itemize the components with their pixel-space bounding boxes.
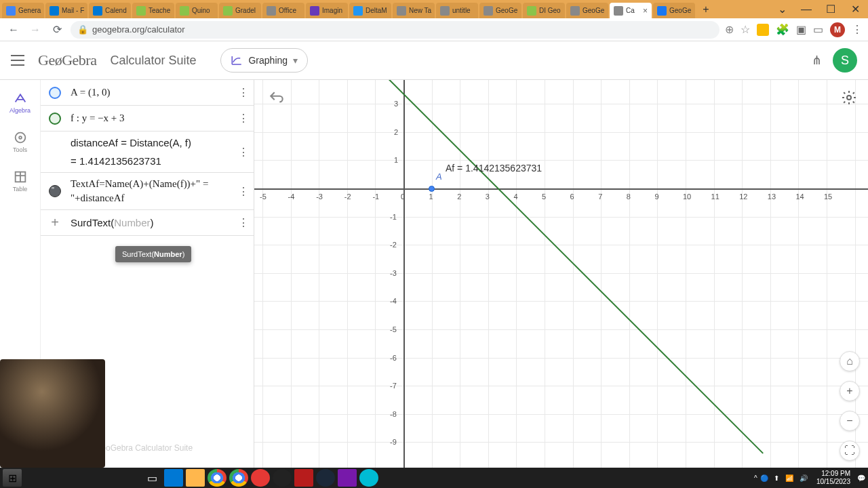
onenote-icon[interactable] [338, 469, 357, 487]
tray-icons[interactable]: 🔵 ⬆ 📶 🔊 [760, 474, 810, 482]
reading-list-icon[interactable]: ▭ [813, 23, 823, 36]
minimize-button[interactable]: — [795, 1, 818, 17]
side-panel-icon[interactable]: ▣ [796, 23, 806, 36]
extension-icon-1[interactable] [757, 24, 769, 36]
mode-selector[interactable]: Graphing ▾ [220, 48, 308, 73]
expr-f[interactable]: f : y = −x + 3 [71, 111, 236, 125]
expr-text[interactable]: TextAf=Name(A)+(Name(f))+" = "+distanceA… [71, 177, 236, 205]
x-tick-label: -2 [344, 192, 351, 201]
expr-a[interactable]: A = (1, 0) [71, 85, 236, 100]
mail-app-icon[interactable] [164, 469, 183, 487]
x-tick-label: 1 [429, 192, 433, 201]
svg-point-5 [847, 96, 851, 100]
start-button[interactable]: ⊞ [3, 469, 22, 487]
autocomplete-suggestion[interactable]: SurdText(Number) [115, 246, 191, 262]
browser-tab[interactable]: Gradel [219, 3, 261, 18]
notifications-icon[interactable]: 💬 [857, 474, 865, 482]
browser-tab[interactable]: DeltaM [349, 3, 391, 18]
y-tick-label: -6 [390, 354, 397, 362]
zoom-in-button[interactable]: + [840, 381, 860, 401]
chrome-icon[interactable] [208, 469, 226, 487]
browser-tab[interactable]: Teache [132, 3, 174, 18]
obs-icon[interactable] [273, 469, 292, 487]
algebra-row-distance[interactable]: distanceAf = Distance(A, f) = 1.41421356… [41, 131, 254, 173]
bookmark-icon[interactable]: ☆ [741, 23, 750, 36]
browser-tab[interactable]: GeoGe [653, 3, 695, 18]
url-text: geogebra.org/calculator [92, 24, 185, 35]
algebra-row-point[interactable]: A = (1, 0) ⋮ [41, 80, 254, 106]
share-icon[interactable]: ⋔ [812, 53, 822, 68]
visibility-toggle-text[interactable] [49, 185, 61, 197]
distance-text-label[interactable]: Af = 1.4142135623731 [446, 163, 542, 174]
algebra-row-text[interactable]: TextAf=Name(A)+(Name(f))+" = "+distanceA… [41, 173, 254, 210]
extensions-icon[interactable]: 🧩 [776, 23, 789, 36]
rail-tools[interactable]: Tools [13, 130, 28, 153]
browser-tab[interactable]: New Ta [393, 3, 435, 18]
point-a[interactable] [429, 186, 435, 192]
row-menu-icon[interactable]: ⋮ [236, 146, 251, 159]
browser-tab[interactable]: Mail - F [45, 3, 87, 18]
y-tick-label: -8 [390, 410, 397, 418]
x-tick-label: -5 [260, 192, 267, 201]
profile-avatar[interactable]: M [830, 22, 845, 37]
row-menu-icon[interactable]: ⋮ [236, 216, 251, 229]
url-input[interactable]: 🔒 geogebra.org/calculator [71, 21, 719, 39]
browser-tab[interactable]: Calend [89, 3, 131, 18]
browser-tab[interactable]: Imagin [306, 3, 348, 18]
user-avatar[interactable]: S [833, 48, 857, 73]
y-tick-label: -3 [390, 269, 397, 277]
steam-icon[interactable] [316, 469, 335, 487]
chrome-dropdown[interactable]: ⌄ [770, 1, 793, 17]
row-menu-icon[interactable]: ⋮ [236, 86, 251, 99]
explorer-icon[interactable] [186, 469, 205, 487]
rail-table[interactable]: Table [13, 169, 28, 192]
browser-tab[interactable]: GeoGe [566, 3, 608, 18]
chrome-icon-2[interactable] [229, 469, 248, 487]
install-icon[interactable]: ⊕ [725, 23, 734, 36]
maximize-button[interactable]: ☐ [819, 1, 842, 17]
browser-tab[interactable]: Office [262, 3, 304, 18]
x-tick-label: 3 [486, 192, 490, 201]
browser-tab[interactable]: DI Geo [523, 3, 565, 18]
address-bar: ← → ⟳ 🔒 geogebra.org/calculator ⊕ ☆ 🧩 ▣ … [0, 18, 868, 41]
row-menu-icon[interactable]: ⋮ [236, 185, 251, 198]
acrobat-icon[interactable] [294, 469, 313, 487]
chrome-menu-icon[interactable]: ⋮ [852, 23, 863, 36]
reload-button[interactable]: ⟳ [49, 22, 65, 38]
rail-algebra[interactable]: Algebra [9, 91, 31, 114]
app-header: GeøGebra Calculator Suite Graphing ▾ ⋔ S [0, 41, 868, 80]
close-window-button[interactable]: ✕ [844, 1, 867, 17]
browser-tab[interactable]: Genera [2, 3, 44, 18]
input-surdtext[interactable]: SurdText(Number) [71, 216, 236, 230]
browser-tab[interactable]: Quino [176, 3, 218, 18]
app-icon[interactable] [359, 469, 378, 487]
expr-distance[interactable]: distanceAf = Distance(A, f) [71, 136, 236, 150]
row-menu-icon[interactable]: ⋮ [236, 112, 251, 125]
algebra-row-input[interactable]: + SurdText(Number) ⋮ [41, 210, 254, 236]
browser-tab[interactable]: Ca× [610, 3, 652, 18]
zoom-out-button[interactable]: − [840, 411, 860, 431]
mode-label: Graphing [248, 55, 288, 66]
browser-tab[interactable]: untitle [436, 3, 478, 18]
forward-button[interactable]: → [27, 22, 43, 38]
tray-chevron-icon[interactable]: ^ [754, 474, 757, 482]
x-tick-label: 13 [768, 192, 776, 201]
system-clock[interactable]: 12:09 PM 10/15/2023 [812, 470, 854, 486]
menu-button[interactable] [11, 55, 24, 66]
chevron-down-icon: ▾ [293, 55, 298, 66]
visibility-toggle-a[interactable] [49, 87, 61, 99]
new-tab-button[interactable]: + [698, 2, 713, 17]
fullscreen-button[interactable]: ⛶ [840, 441, 860, 461]
back-button[interactable]: ← [5, 22, 22, 38]
browser-tab[interactable]: GeoGe [479, 3, 521, 18]
visibility-toggle-f[interactable] [49, 113, 61, 125]
home-view-button[interactable]: ⌂ [840, 351, 860, 371]
graphing-canvas[interactable]: -5-4-3-2-10123456789101112131415 123-1-2… [254, 80, 868, 488]
task-view-icon[interactable]: ▭ [142, 469, 161, 487]
undo-button[interactable] [268, 89, 285, 107]
settings-button[interactable] [841, 89, 857, 106]
add-row-icon[interactable]: + [49, 215, 61, 230]
algebra-row-function[interactable]: f : y = −x + 3 ⋮ [41, 106, 254, 131]
chrome-canary-icon[interactable] [251, 469, 270, 487]
point-a-label: A [436, 171, 442, 182]
